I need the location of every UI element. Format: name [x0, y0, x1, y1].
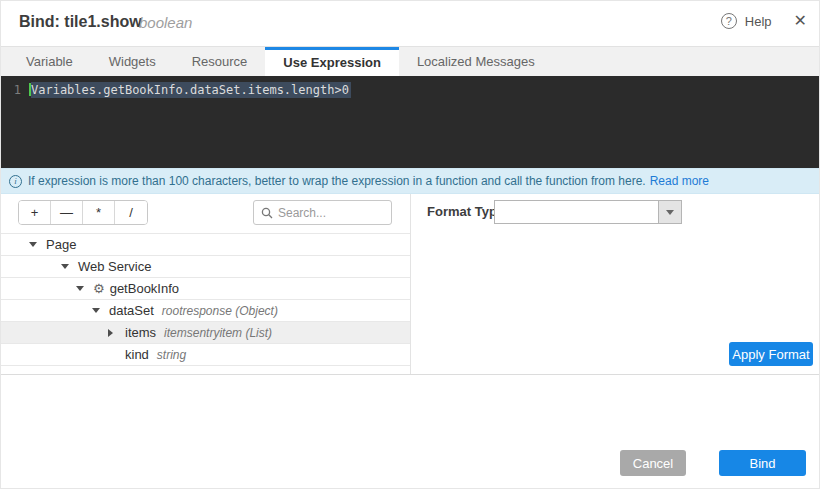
tree-node-kind[interactable]: kindstring	[1, 344, 410, 366]
read-more-link[interactable]: Read more	[650, 174, 709, 188]
tree-node-label: kind	[125, 347, 149, 362]
search-icon	[261, 207, 273, 219]
format-type-select[interactable]	[494, 200, 682, 224]
variables-panel: +—*/ PageWeb Service⚙getBookInfodataSetr…	[1, 194, 410, 374]
expand-arrow-icon[interactable]	[76, 286, 93, 291]
line-number: 1	[1, 83, 29, 97]
cancel-button[interactable]: Cancel	[620, 450, 686, 476]
expression-editor[interactable]: 1 Variables.getBookInfo.dataSet.items.le…	[1, 76, 820, 168]
title-bar: Bind: tile1.show boolean ? Help ✕	[1, 1, 820, 46]
expression-text: Variables.getBookInfo.dataSet.items.leng…	[31, 82, 351, 98]
tree-node-label: getBookInfo	[110, 281, 179, 296]
tree-node-label: Page	[46, 237, 76, 252]
expand-arrow-icon[interactable]	[61, 264, 78, 269]
tab-use-expression[interactable]: Use Expression	[265, 47, 399, 76]
help-link[interactable]: Help	[745, 14, 772, 29]
expand-arrow-icon[interactable]	[92, 308, 109, 313]
format-panel: Format Type Apply Format	[410, 194, 820, 374]
apply-format-button[interactable]: Apply Format	[729, 342, 813, 366]
operator-minus-button[interactable]: —	[51, 201, 83, 224]
help-icon[interactable]: ?	[721, 13, 737, 29]
search-box	[253, 200, 392, 225]
chevron-down-icon	[666, 210, 674, 215]
expand-arrow-icon[interactable]	[29, 242, 46, 247]
expression-code: Variables.getBookInfo.dataSet.items.leng…	[29, 83, 351, 97]
tree-node-items[interactable]: itemsitemsentryitem (List)	[1, 322, 410, 344]
tree-node-label: items	[125, 325, 156, 340]
close-icon[interactable]: ✕	[794, 13, 807, 29]
editor-line: 1 Variables.getBookInfo.dataSet.items.le…	[1, 76, 820, 97]
select-arrow-box[interactable]	[658, 201, 681, 223]
tree-node-label: Web Service	[78, 259, 151, 274]
tree-node-type: string	[157, 348, 186, 362]
tree-node-web-service[interactable]: Web Service	[1, 256, 410, 278]
main-content: +—*/ PageWeb Service⚙getBookInfodataSetr…	[1, 194, 820, 374]
tree-node-type: rootresponse (Object)	[162, 304, 278, 318]
dialog-title: Bind: tile1.show	[19, 13, 142, 31]
collapse-arrow-icon[interactable]	[108, 329, 125, 337]
format-type-label: Format Type	[427, 204, 504, 219]
tab-localized-messages[interactable]: Localized Messages	[399, 47, 553, 76]
format-type-selected-value	[495, 201, 658, 223]
tab-widgets[interactable]: Widgets	[91, 47, 174, 76]
operator-divide-button[interactable]: /	[115, 201, 147, 224]
info-icon: i	[9, 175, 22, 188]
web-service-icon: ⚙	[93, 282, 105, 295]
variables-tree: PageWeb Service⚙getBookInfodataSetrootre…	[1, 233, 410, 366]
bind-button[interactable]: Bind	[719, 450, 806, 476]
tab-resource[interactable]: Resource	[174, 47, 266, 76]
operator-button-group: +—*/	[18, 200, 148, 225]
bound-property-type: boolean	[139, 14, 192, 31]
bind-dialog: Bind: tile1.show boolean ? Help ✕ Variab…	[0, 0, 820, 489]
tree-node-page[interactable]: Page	[1, 234, 410, 256]
content-footer-divider	[1, 374, 820, 375]
search-input[interactable]	[278, 206, 384, 220]
tab-bar: VariableWidgetsResourceUse ExpressionLoc…	[1, 46, 820, 76]
tree-node-dataset[interactable]: dataSetrootresponse (Object)	[1, 300, 410, 322]
tab-variable[interactable]: Variable	[8, 47, 91, 76]
info-message: If expression is more than 100 character…	[28, 174, 646, 188]
expression-toolbar: +—*/	[1, 200, 410, 226]
tree-node-getbookinfo[interactable]: ⚙getBookInfo	[1, 278, 410, 300]
tree-node-label: dataSet	[109, 303, 154, 318]
tree-node-type: itemsentryitem (List)	[164, 326, 272, 340]
info-bar: i If expression is more than 100 charact…	[1, 168, 820, 194]
operator-plus-button[interactable]: +	[19, 201, 51, 224]
operator-multiply-button[interactable]: *	[83, 201, 115, 224]
